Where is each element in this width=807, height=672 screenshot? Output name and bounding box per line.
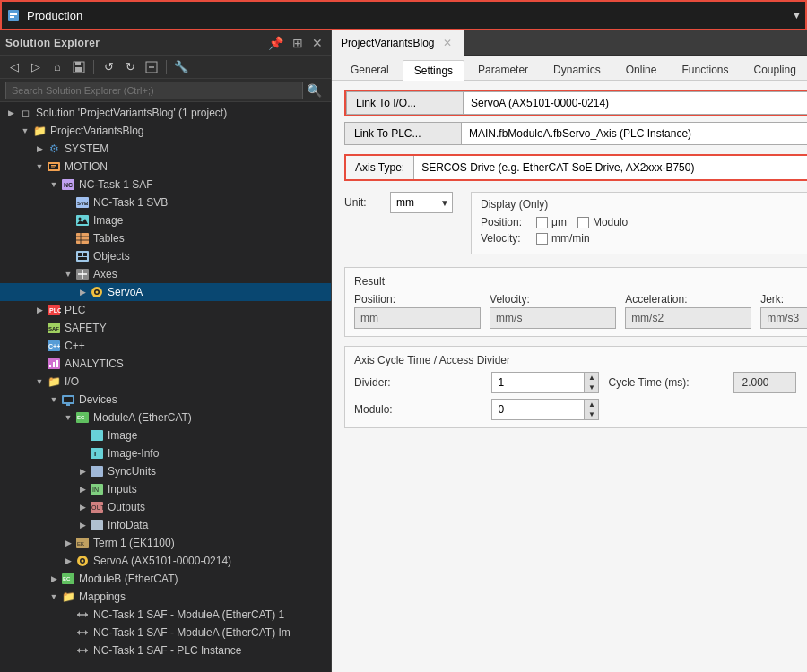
tree-item-projectvariantsblog[interactable]: ▼ 📁 ProjectVariantsBlog — [0, 122, 331, 140]
tree-item-motion[interactable]: ▼ MOTION — [0, 158, 331, 176]
um-checkbox[interactable] — [536, 217, 548, 228]
close-panel-button[interactable]: ✕ — [309, 35, 325, 51]
back-button[interactable]: ◁ — [5, 58, 23, 76]
expander-axes[interactable]: ▼ — [61, 267, 75, 281]
tree-item-objects[interactable]: ▶ Objects — [0, 247, 331, 265]
link-plc-button[interactable]: Link To PLC... — [344, 122, 461, 145]
expander-motion[interactable]: ▼ — [32, 159, 47, 174]
expander-plc[interactable]: ▶ — [32, 303, 47, 317]
divider-up-button[interactable]: ▲ — [584, 373, 598, 383]
tree-item-io[interactable]: ▼ 📁 I/O — [0, 373, 331, 391]
tree-item-modulea[interactable]: ▼ EC ModuleA (EtherCAT) — [0, 409, 331, 426]
expander-moduleb[interactable]: ▶ — [47, 572, 61, 586]
expander-servoa[interactable]: ▶ — [75, 285, 90, 299]
tree-item-outputs[interactable]: ▶ OUT Outputs — [0, 498, 331, 516]
expander-solution[interactable]: ▶ — [4, 106, 18, 120]
solution-panel: Solution Explorer 📌 ⊞ ✕ ◁ ▷ ⌂ ↺ ↻ — [0, 30, 332, 672]
mmmin-checkbox-item[interactable]: mm/min — [536, 232, 590, 245]
divider-spinbox[interactable]: ▲ ▼ — [491, 372, 599, 393]
tree-item-devices[interactable]: ▼ Devices — [0, 391, 331, 409]
tab-online[interactable]: Online — [614, 59, 669, 80]
expander-term1[interactable]: ▶ — [61, 536, 75, 550]
expander-outputs[interactable]: ▶ — [75, 500, 90, 514]
divider-down-button[interactable]: ▼ — [584, 383, 598, 392]
tree-item-syncunits[interactable]: ▶ SyncUnits — [0, 462, 331, 480]
tree-item-nctask1svb[interactable]: ▶ SVB NC-Task 1 SVB — [0, 194, 331, 211]
tree-item-infodata[interactable]: ▶ InfoData — [0, 516, 331, 534]
link-plc-value: MAIN.fbModuleA.fbServo_Axis (PLC Instanc… — [461, 122, 807, 145]
expander-project[interactable]: ▼ — [18, 124, 32, 138]
tree-container[interactable]: ▶ ◻ Solution 'ProjectVariantsBlog' (1 pr… — [0, 102, 331, 672]
divider-input[interactable] — [492, 373, 584, 392]
search-input[interactable] — [5, 82, 303, 99]
expander-mappings[interactable]: ▼ — [47, 590, 61, 604]
tree-item-servoa[interactable]: ▶ ServoA — [0, 283, 331, 301]
tree-item-system[interactable]: ▶ ⚙ SYSTEM — [0, 140, 331, 158]
expander-inputs[interactable]: ▶ — [75, 482, 90, 496]
icon-term1: EK — [75, 536, 90, 550]
tab-coupling[interactable]: Coupling — [742, 59, 808, 80]
tree-item-nctask1saf[interactable]: ▼ NC NC-Task 1 SAF — [0, 176, 331, 194]
tab-close-button[interactable]: ✕ — [440, 36, 455, 50]
tree-item-tables[interactable]: ▶ Tables — [0, 229, 331, 247]
top-bar-dropdown-icon[interactable]: ▼ — [792, 10, 802, 21]
tab-bar: ProjectVariantsBlog ✕ — [332, 30, 807, 56]
tree-item-modulea-image[interactable]: ▶ Image — [0, 426, 331, 444]
mmmin-checkbox[interactable] — [536, 233, 548, 245]
um-checkbox-item[interactable]: μm — [536, 216, 567, 228]
tree-item-inputs[interactable]: ▶ IN Inputs — [0, 480, 331, 498]
result-title: Result — [354, 275, 807, 288]
expander-modulea[interactable]: ▼ — [61, 410, 75, 425]
modulo-input[interactable] — [492, 400, 584, 419]
tree-item-servoa2[interactable]: ▶ ServoA (AX5101-0000-0214) — [0, 552, 331, 570]
tree-item-analytics[interactable]: ▶ ANALYTICS — [0, 355, 331, 373]
tree-item-safety[interactable]: ▶ SAF SAFETY — [0, 319, 331, 337]
float-button[interactable]: ⊞ — [290, 35, 306, 51]
tree-item-plc[interactable]: ▶ PLC PLC — [0, 301, 331, 319]
tree-label-outputs: Outputs — [108, 501, 327, 513]
tab-functions[interactable]: Functions — [670, 59, 740, 80]
tree-item-axes[interactable]: ▼ Axes — [0, 265, 331, 283]
tree-item-solution[interactable]: ▶ ◻ Solution 'ProjectVariantsBlog' (1 pr… — [0, 104, 331, 122]
expander-nctask1saf[interactable]: ▼ — [47, 177, 61, 192]
home-button[interactable]: ⌂ — [48, 58, 66, 76]
history-button[interactable]: ↺ — [100, 58, 117, 76]
publish-button[interactable] — [143, 58, 161, 76]
tab-parameter[interactable]: Parameter — [466, 59, 540, 80]
history-right-button[interactable]: ↻ — [121, 58, 139, 76]
tree-item-imageinfo[interactable]: ▶ i Image-Info — [0, 444, 331, 462]
tab-general[interactable]: General — [339, 59, 401, 80]
search-icon[interactable]: 🔍 — [303, 82, 325, 99]
tab-dynamics[interactable]: Dynamics — [542, 59, 612, 80]
expander-system[interactable]: ▶ — [32, 142, 47, 156]
tab-settings[interactable]: Settings — [403, 60, 464, 81]
unit-select[interactable]: mm m cm inch — [390, 192, 453, 213]
tree-item-mapping2[interactable]: ▶ NC-Task 1 SAF - ModuleA (EtherCAT) Im — [0, 624, 331, 642]
tree-item-image[interactable]: ▶ Image — [0, 211, 331, 229]
modulo-checkbox[interactable] — [577, 217, 589, 228]
tab-projectvariantsblog[interactable]: ProjectVariantsBlog ✕ — [332, 30, 464, 56]
icon-axes — [75, 267, 90, 281]
modulo-up-button[interactable]: ▲ — [584, 400, 598, 409]
save-button[interactable] — [70, 58, 88, 76]
modulo-checkbox-item[interactable]: Modulo — [577, 216, 628, 228]
axis-type-select[interactable]: SERCOS Drive (e.g. EtherCAT SoE Drive, A… — [414, 156, 807, 179]
link-io-button[interactable]: Link To I/O... — [346, 91, 463, 115]
forward-button[interactable]: ▷ — [27, 58, 45, 76]
tree-item-mapping3[interactable]: ▶ NC-Task 1 SAF - PLC Instance — [0, 642, 331, 659]
tree-item-term1[interactable]: ▶ EK Term 1 (EK1100) — [0, 534, 331, 552]
expander-io[interactable]: ▼ — [32, 375, 47, 389]
expander-infodata[interactable]: ▶ — [75, 518, 90, 532]
tree-item-mappings[interactable]: ▼ 📁 Mappings — [0, 588, 331, 606]
modulo-spinbox[interactable]: ▲ ▼ — [491, 399, 599, 420]
tree-label-mapping2: NC-Task 1 SAF - ModuleA (EtherCAT) Im — [93, 626, 327, 639]
expander-syncunits[interactable]: ▶ — [75, 464, 90, 478]
settings-button[interactable]: 🔧 — [172, 58, 190, 76]
modulo-down-button[interactable]: ▼ — [584, 409, 598, 419]
expander-servoa2[interactable]: ▶ — [61, 554, 75, 568]
tree-item-cpp[interactable]: ▶ C++ C++ — [0, 337, 331, 355]
tree-item-moduleb[interactable]: ▶ EC ModuleB (EtherCAT) — [0, 570, 331, 588]
tree-item-mapping1[interactable]: ▶ NC-Task 1 SAF - ModuleA (EtherCAT) 1 — [0, 606, 331, 624]
pin-button[interactable]: 📌 — [265, 35, 286, 51]
expander-devices[interactable]: ▼ — [47, 392, 61, 407]
